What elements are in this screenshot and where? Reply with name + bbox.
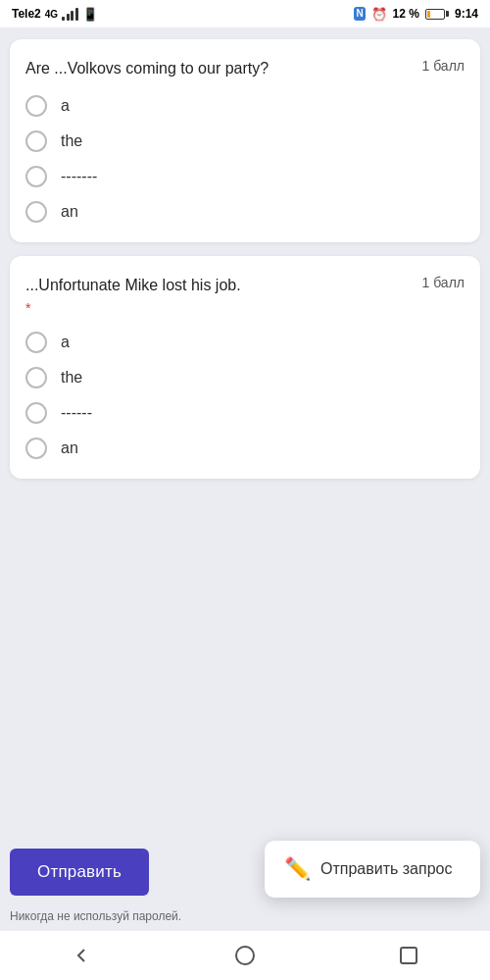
- time: 9:14: [455, 7, 478, 21]
- radio-q2-the[interactable]: [25, 367, 47, 388]
- nav-bar: [0, 931, 490, 980]
- carrier-name: Tele2: [12, 7, 41, 21]
- option-label-q2-a: a: [61, 334, 70, 351]
- clock-icon: ⏰: [371, 7, 387, 22]
- main-content: Are ...Volkovs coming to our party? 1 ба…: [0, 27, 490, 835]
- status-right: N ⏰ 12 % 9:14: [354, 7, 478, 22]
- sim-icon: 📱: [82, 7, 98, 22]
- option-q1-an[interactable]: an: [25, 201, 465, 223]
- battery-icon: [425, 9, 449, 20]
- option-q2-dash[interactable]: ------: [25, 402, 465, 424]
- option-q1-dash[interactable]: -------: [25, 166, 465, 187]
- bottom-area: Отправить ✏️ Отправить запрос Никогда не…: [0, 835, 490, 931]
- option-label-q1-an: an: [61, 203, 78, 221]
- pencil-icon: ✏️: [284, 856, 311, 882]
- recents-button[interactable]: [377, 936, 440, 975]
- svg-rect-1: [401, 948, 416, 963]
- radio-q2-an[interactable]: [25, 438, 47, 459]
- back-button[interactable]: [50, 936, 113, 975]
- option-q2-the[interactable]: the: [25, 367, 465, 388]
- status-bar: Tele2 4G 📱 N ⏰ 12 % 9:14: [0, 0, 490, 27]
- option-label-q1-the: the: [61, 132, 82, 150]
- question-header-2: ...Unfortunate Mike lost his job. * 1 ба…: [25, 274, 465, 316]
- option-q2-an[interactable]: an: [25, 438, 465, 459]
- required-star-2: *: [25, 300, 413, 316]
- question-text-2: ...Unfortunate Mike lost his job.: [25, 277, 251, 293]
- options-list-1: a the ------- an: [25, 95, 465, 223]
- question-points-2: 1 балл: [422, 275, 466, 290]
- radio-q1-the[interactable]: [25, 130, 47, 152]
- carrier-info: Tele2 4G 📱: [12, 7, 98, 22]
- svg-point-0: [236, 947, 254, 964]
- radio-q2-a[interactable]: [25, 332, 47, 353]
- option-label-q1-a: a: [61, 97, 70, 115]
- radio-q1-an[interactable]: [25, 201, 47, 223]
- home-icon: [233, 944, 257, 967]
- question-points-1: 1 балл: [422, 58, 466, 74]
- network-type: 4G: [45, 9, 58, 20]
- option-q1-a[interactable]: a: [25, 95, 465, 117]
- option-label-q2-an: an: [61, 439, 78, 457]
- home-button[interactable]: [214, 936, 276, 975]
- footnote-text: Никогда не используй паролей.: [10, 909, 181, 923]
- options-list-2: a the ------ an: [25, 332, 465, 459]
- radio-q2-dash[interactable]: [25, 402, 47, 424]
- question-text-1: Are ...Volkovs coming to our party?: [25, 57, 422, 79]
- send-request-popup[interactable]: ✏️ Отправить запрос: [265, 841, 480, 898]
- submit-button[interactable]: Отправить: [10, 849, 149, 896]
- back-icon: [70, 944, 93, 967]
- battery-pct: 12 %: [393, 7, 419, 21]
- question-card-1: Are ...Volkovs coming to our party? 1 ба…: [10, 39, 480, 242]
- option-label-q2-the: the: [61, 369, 82, 387]
- recents-icon: [397, 944, 420, 967]
- bottom-bar: Отправить ✏️ Отправить запрос: [0, 835, 490, 905]
- question-header-1: Are ...Volkovs coming to our party? 1 ба…: [25, 57, 465, 79]
- option-q2-a[interactable]: a: [25, 332, 465, 353]
- popup-label[interactable]: Отправить запрос: [320, 860, 452, 878]
- question-card-2: ...Unfortunate Mike lost his job. * 1 ба…: [10, 256, 480, 479]
- radio-q1-a[interactable]: [25, 95, 47, 117]
- option-label-q2-dash: ------: [61, 404, 92, 422]
- option-label-q1-dash: -------: [61, 168, 97, 185]
- radio-q1-dash[interactable]: [25, 166, 47, 187]
- option-q1-the[interactable]: the: [25, 130, 465, 152]
- notification-icon: N: [354, 7, 365, 21]
- footnote: Никогда не используй паролей.: [0, 909, 490, 931]
- signal-icon: [62, 8, 78, 21]
